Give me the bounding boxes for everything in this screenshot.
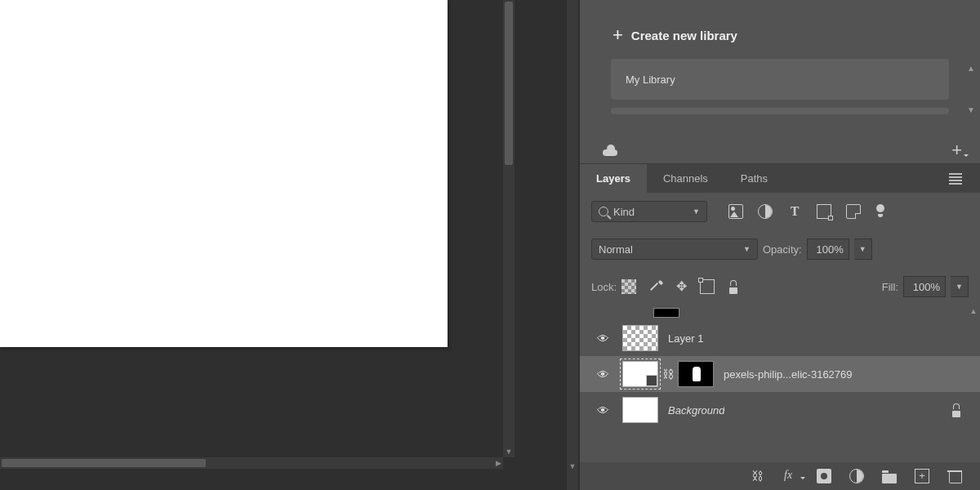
tab-paths[interactable]: Paths — [724, 164, 784, 193]
layer-thumbnails: ⛓ — [622, 361, 714, 387]
layer-thumbnail[interactable] — [622, 397, 658, 423]
canvas-vertical-scrollbar[interactable]: ▼ — [503, 0, 514, 457]
layer-row-partial[interactable] — [580, 305, 980, 320]
new-group-button[interactable] — [882, 469, 897, 483]
fill-dropdown-button[interactable]: ▼ — [951, 276, 969, 297]
new-layer-button[interactable] — [915, 469, 929, 483]
layer-mask-thumbnail[interactable] — [653, 308, 679, 318]
library-name: My Library — [626, 74, 675, 86]
filter-smart-objects-icon[interactable] — [846, 204, 861, 219]
visibility-toggle-icon[interactable]: 👁 — [593, 368, 612, 381]
document-canvas[interactable] — [0, 0, 448, 347]
delete-layer-button[interactable] — [947, 469, 962, 483]
layer-row[interactable]: 👁 Background — [580, 392, 980, 428]
layer-thumbnail[interactable] — [622, 361, 658, 387]
visibility-toggle-icon[interactable]: 👁 — [593, 332, 612, 345]
libraries-scroll: ▲ ▼ — [964, 64, 978, 147]
opacity-dropdown-button[interactable]: ▼ — [854, 238, 872, 260]
layer-name[interactable]: pexels-philip...elic-3162769 — [724, 368, 853, 381]
chevron-down-icon[interactable]: ▼ — [506, 448, 513, 456]
opacity-value: 100% — [816, 243, 843, 256]
library-item[interactable] — [611, 108, 949, 114]
layer-effects-button[interactable]: fx — [784, 469, 799, 483]
chevron-down-icon: ▼ — [693, 207, 700, 216]
link-layers-icon[interactable]: ⛓ — [751, 469, 766, 483]
blend-mode-value: Normal — [599, 243, 633, 256]
chevron-up-icon[interactable]: ▲ — [964, 64, 978, 73]
layer-filter-kind-select[interactable]: Kind ▼ — [591, 201, 707, 222]
fill-label[interactable]: Fill: — [882, 281, 898, 293]
lock-position-icon[interactable]: ✥ — [674, 279, 688, 294]
library-list: My Library — [580, 59, 980, 114]
chevron-down-icon[interactable]: ▼ — [964, 105, 978, 114]
blend-mode-select[interactable]: Normal ▼ — [591, 238, 758, 260]
canvas-workspace: ▼ ▶ — [0, 0, 580, 490]
layer-row[interactable]: 👁 Layer 1 — [580, 320, 980, 356]
panel-tabs: Layers Channels Paths — [580, 164, 980, 193]
scrollbar-thumb[interactable] — [2, 459, 206, 467]
filter-type-layers-icon[interactable]: T — [787, 204, 802, 219]
mask-link-icon[interactable]: ⛓ — [660, 368, 676, 381]
layer-name[interactable]: Background — [668, 404, 724, 416]
add-to-library-button[interactable]: + — [951, 140, 962, 161]
panel-menu-button[interactable] — [939, 167, 972, 191]
create-library-label: Create new library — [631, 29, 737, 42]
search-icon — [599, 207, 608, 216]
layer-filter-row: Kind ▼ T — [580, 193, 980, 230]
filter-kind-label: Kind — [613, 206, 635, 218]
lock-all-icon[interactable] — [726, 279, 741, 294]
filter-pixel-layers-icon[interactable] — [728, 204, 743, 219]
opacity-label[interactable]: Opacity: — [763, 243, 802, 256]
filter-toggle-icon[interactable] — [875, 204, 885, 219]
layer-name[interactable]: Layer 1 — [668, 332, 703, 345]
new-adjustment-layer-button[interactable] — [849, 469, 864, 483]
chevron-right-icon[interactable]: ▶ — [496, 459, 501, 467]
layer-thumbnails — [622, 397, 658, 423]
filter-shape-layers-icon[interactable] — [817, 204, 831, 219]
layer-filter-icons: T — [728, 204, 885, 219]
fill-input[interactable]: 100% — [903, 276, 946, 297]
libraries-panel: + Create new library My Library ▲ ▼ + — [580, 0, 980, 163]
library-item[interactable]: My Library — [611, 59, 949, 100]
libraries-footer: + — [580, 137, 980, 163]
lock-icon[interactable] — [949, 403, 964, 417]
layer-list: 👁 Layer 1 👁 ⛓ pexels-philip...elic-31627… — [580, 305, 980, 428]
plus-icon: + — [612, 26, 623, 44]
chevron-down-icon: ▼ — [743, 245, 751, 253]
opacity-input[interactable]: 100% — [807, 238, 849, 260]
lock-icons: ✥ — [621, 279, 741, 294]
lock-artboard-nesting-icon[interactable] — [700, 279, 715, 294]
layer-row[interactable]: 👁 ⛓ pexels-philip...elic-3162769 — [580, 356, 980, 392]
workspace-vertical-scrollbar[interactable]: ▼ — [567, 0, 578, 490]
lock-transparency-icon[interactable] — [621, 279, 636, 294]
lock-fill-row: Lock: ✥ Fill: 100% ▼ — [580, 268, 980, 305]
cloud-icon[interactable] — [601, 145, 619, 156]
add-layer-mask-button[interactable] — [817, 469, 831, 483]
layer-list-scrollbar[interactable]: ▲ — [967, 305, 980, 428]
tab-channels[interactable]: Channels — [647, 164, 724, 193]
layers-bottom-toolbar: ⛓ fx — [580, 462, 980, 490]
chevron-up-icon[interactable]: ▲ — [970, 307, 978, 315]
lock-image-pixels-icon[interactable] — [648, 279, 662, 294]
lock-label: Lock: — [591, 281, 617, 293]
scrollbar-thumb[interactable] — [505, 2, 513, 165]
layer-thumbnails — [622, 325, 658, 351]
canvas-horizontal-scrollbar[interactable]: ▶ — [0, 457, 503, 469]
create-new-library-button[interactable]: + Create new library — [580, 0, 980, 59]
layer-thumbnail[interactable] — [622, 325, 658, 351]
right-panel-stack: + Create new library My Library ▲ ▼ + La… — [580, 0, 980, 490]
filter-adjustment-layers-icon[interactable] — [758, 204, 773, 219]
blend-opacity-row: Normal ▼ Opacity: 100% ▼ — [580, 230, 980, 268]
layers-panel: Layers Channels Paths Kind ▼ T Normal ▼ — [580, 164, 980, 428]
chevron-down-icon[interactable]: ▼ — [569, 462, 577, 470]
fill-value: 100% — [913, 281, 940, 293]
tab-layers[interactable]: Layers — [580, 164, 647, 193]
layer-mask-thumbnail[interactable] — [678, 361, 714, 387]
visibility-toggle-icon[interactable]: 👁 — [593, 403, 612, 417]
